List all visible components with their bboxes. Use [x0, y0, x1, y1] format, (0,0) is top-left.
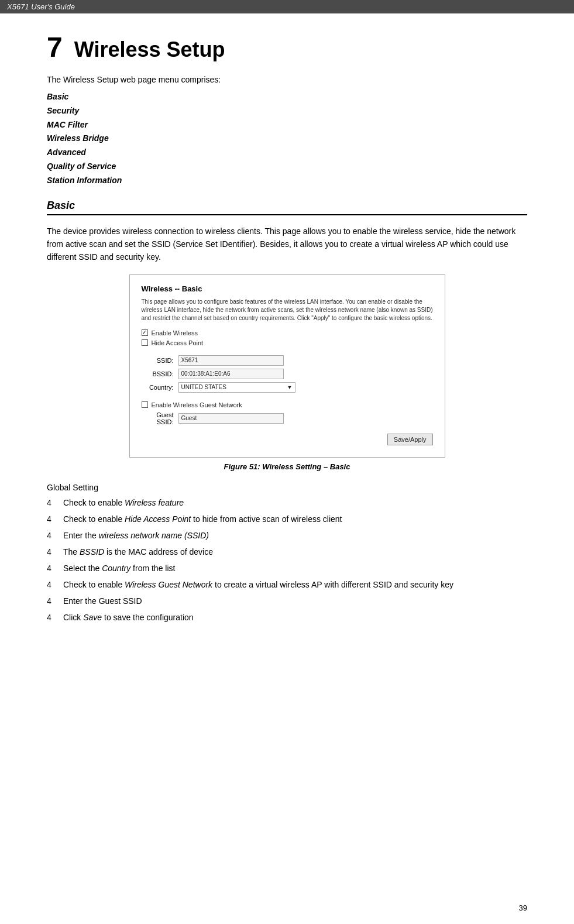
- term-bssid: BSSID: [80, 547, 104, 557]
- menu-item-security: Security: [47, 104, 527, 118]
- bullet-text-2: Check to enable Hide Access Point to hid…: [63, 513, 527, 525]
- bullet-text-4: The BSSID is the MAC address of device: [63, 546, 527, 558]
- global-setting-title: Global Setting: [47, 483, 527, 492]
- chapter-title-text: Wireless Setup: [74, 37, 225, 61]
- bullet-num-4: 4: [47, 546, 63, 558]
- ss-desc: This page allows you to configure basic …: [142, 298, 433, 322]
- enable-guest-label: Enable Wireless Guest Network: [152, 401, 242, 408]
- bullet-num-6: 4: [47, 579, 63, 591]
- bullet-num-7: 4: [47, 595, 63, 607]
- term-wireless-feature: Wireless feature: [125, 498, 184, 507]
- save-button-row: Save/Apply: [142, 434, 433, 445]
- guest-ssid-input[interactable]: Guest: [178, 413, 284, 424]
- bullet-text-6: Check to enable Wireless Guest Network t…: [63, 579, 527, 591]
- bssid-row: BSSID: 00:01:38:A1:E0:A6: [142, 369, 433, 379]
- bullet-num-2: 4: [47, 513, 63, 525]
- list-item-7: 4 Enter the Guest SSID: [47, 595, 527, 607]
- figure-caption: Figure 51: Wireless Setting – Basic: [47, 462, 527, 471]
- bullet-text-5: Select the Country from the list: [63, 562, 527, 575]
- list-item-2: 4 Check to enable Hide Access Point to h…: [47, 513, 527, 525]
- enable-wireless-checkbox: [142, 329, 148, 336]
- list-item-5: 4 Select the Country from the list: [47, 562, 527, 575]
- menu-item-basic: Basic: [47, 90, 527, 104]
- dropdown-arrow-icon: ▼: [287, 384, 293, 390]
- hide-ap-checkbox: [142, 339, 148, 346]
- bullet-text-3: Enter the wireless network name (SSID): [63, 530, 527, 542]
- bullet-num-8: 4: [47, 612, 63, 624]
- term-country: Country: [102, 564, 130, 573]
- menu-list: Basic Security MAC Filter Wireless Bridg…: [47, 90, 527, 188]
- bullet-list: 4 Check to enable Wireless feature 4 Che…: [47, 497, 527, 624]
- ssid-row: SSID: X5671: [142, 355, 433, 366]
- enable-wireless-label: Enable Wireless: [152, 329, 198, 336]
- bullet-text-7: Enter the Guest SSID: [63, 595, 527, 607]
- header-bar: X5671 User's Guide: [0, 0, 574, 13]
- bullet-num-5: 4: [47, 562, 63, 575]
- hide-ap-row: Hide Access Point: [142, 339, 433, 346]
- bullet-text-1: Check to enable Wireless feature: [63, 497, 527, 509]
- hide-ap-label: Hide Access Point: [152, 339, 204, 346]
- menu-item-station-info: Station Information: [47, 174, 527, 188]
- ss-title: Wireless -- Basic: [142, 284, 433, 293]
- menu-item-wireless-bridge: Wireless Bridge: [47, 132, 527, 146]
- screenshot-box: Wireless -- Basic This page allows you t…: [129, 274, 445, 458]
- section-basic-body: The device provides wireless connection …: [47, 225, 527, 264]
- term-hide-access-point: Hide Access Point: [125, 514, 191, 524]
- ssid-label: SSID:: [142, 357, 174, 364]
- enable-guest-checkbox: [142, 401, 148, 408]
- bssid-label: BSSID:: [142, 370, 174, 377]
- enable-guest-row: Enable Wireless Guest Network: [142, 401, 433, 408]
- menu-item-mac-filter: MAC Filter: [47, 118, 527, 132]
- enable-wireless-row: Enable Wireless: [142, 329, 433, 336]
- list-item-3: 4 Enter the wireless network name (SSID): [47, 530, 527, 542]
- term-save: Save: [83, 613, 102, 622]
- bullet-text-8: Click Save to save the configuration: [63, 612, 527, 624]
- bullet-num-3: 4: [47, 530, 63, 542]
- guest-ssid-label: Guest SSID:: [142, 411, 174, 425]
- menu-item-qos: Quality of Service: [47, 160, 527, 174]
- term-wireless-network-name: wireless network name (SSID): [99, 531, 209, 540]
- chapter-number: 7: [47, 32, 63, 63]
- header-text: X5671 User's Guide: [7, 2, 75, 11]
- list-item-1: 4 Check to enable Wireless feature: [47, 497, 527, 509]
- country-row: Country: UNITED STATES ▼: [142, 382, 433, 393]
- intro-text: The Wireless Setup web page menu compris…: [47, 75, 527, 84]
- guest-ssid-row: Guest SSID: Guest: [142, 411, 433, 425]
- list-item-8: 4 Click Save to save the configuration: [47, 612, 527, 624]
- bullet-num-1: 4: [47, 497, 63, 509]
- country-label: Country:: [142, 384, 174, 391]
- bssid-value: 00:01:38:A1:E0:A6: [178, 369, 284, 379]
- country-select[interactable]: UNITED STATES ▼: [178, 382, 295, 393]
- ssid-input[interactable]: X5671: [178, 355, 284, 366]
- section-basic-title: Basic: [47, 200, 527, 215]
- page-number: 39: [519, 904, 527, 912]
- chapter-title: 7 Wireless Setup: [47, 31, 527, 63]
- menu-item-advanced: Advanced: [47, 146, 527, 160]
- list-item-4: 4 The BSSID is the MAC address of device: [47, 546, 527, 558]
- list-item-6: 4 Check to enable Wireless Guest Network…: [47, 579, 527, 591]
- save-apply-button[interactable]: Save/Apply: [387, 434, 433, 445]
- term-wireless-guest-network: Wireless Guest Network: [125, 580, 212, 589]
